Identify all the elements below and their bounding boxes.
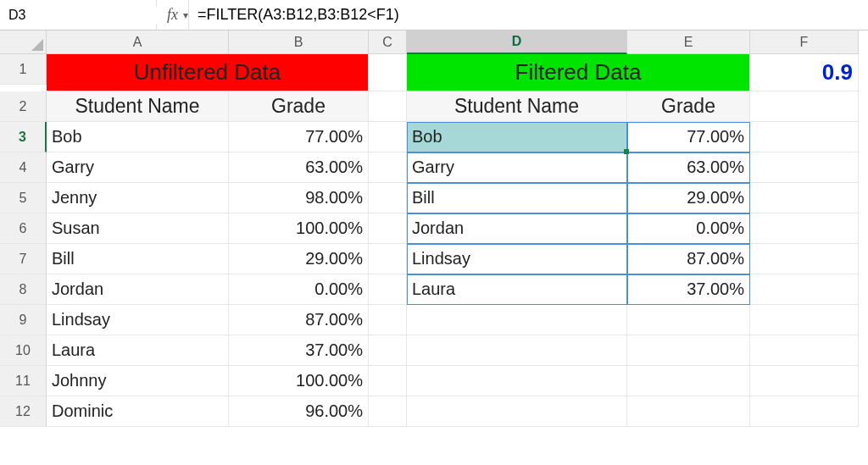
select-all-corner[interactable]	[0, 30, 47, 54]
row-header-3[interactable]: 3	[0, 122, 47, 152]
cell-B6[interactable]: 100.00%	[229, 213, 369, 244]
cell-F3[interactable]	[750, 122, 859, 152]
cell-C2[interactable]	[369, 91, 407, 122]
fx-icon[interactable]: fx	[157, 0, 189, 30]
cell-E12[interactable]	[627, 396, 750, 427]
cell-E8[interactable]: 37.00%	[627, 274, 750, 305]
row-header-1[interactable]: 1	[0, 54, 47, 85]
row-header-9[interactable]: 9	[0, 305, 47, 335]
cell-E2[interactable]: Grade	[627, 91, 750, 122]
cell-B10[interactable]: 37.00%	[229, 335, 369, 366]
cell-A8[interactable]: Jordan	[47, 274, 229, 305]
cell-C10[interactable]	[369, 335, 407, 366]
cell-A6[interactable]: Susan	[47, 213, 229, 244]
cell-B5[interactable]: 98.00%	[229, 183, 369, 213]
cell-C4[interactable]	[369, 152, 407, 183]
cell-D6[interactable]: Jordan	[407, 213, 627, 244]
cell-A9[interactable]: Lindsay	[47, 305, 229, 335]
cell-E11[interactable]	[627, 366, 750, 396]
cell-F11[interactable]	[750, 366, 859, 396]
cell-D10[interactable]	[407, 335, 627, 366]
cell-E5[interactable]: 29.00%	[627, 183, 750, 213]
row-header-4[interactable]: 4	[0, 152, 47, 183]
cell-D5[interactable]: Bill	[407, 183, 627, 213]
cell-D11[interactable]	[407, 366, 627, 396]
cell-F4[interactable]	[750, 152, 859, 183]
row-header-2[interactable]: 2	[0, 91, 47, 122]
cell-A4[interactable]: Garry	[47, 152, 229, 183]
cell-A2[interactable]: Student Name	[47, 91, 229, 122]
cell-A11[interactable]: Johnny	[47, 366, 229, 396]
cell-F5[interactable]	[750, 183, 859, 213]
cell-C7[interactable]	[369, 244, 407, 274]
cell-B4[interactable]: 63.00%	[229, 152, 369, 183]
row-header-7[interactable]: 7	[0, 244, 47, 274]
row-header-10[interactable]: 10	[0, 335, 47, 366]
column-header-D[interactable]: D	[407, 30, 627, 54]
cell-F9[interactable]	[750, 305, 859, 335]
cell-D12[interactable]	[407, 396, 627, 427]
cell-D9[interactable]	[407, 305, 627, 335]
cell-E10[interactable]	[627, 335, 750, 366]
row-header-11[interactable]: 11	[0, 366, 47, 396]
cell-D1[interactable]: Filtered Data	[407, 54, 750, 91]
cell-F2[interactable]	[750, 91, 859, 122]
cell-E9[interactable]	[627, 305, 750, 335]
cell-E6[interactable]: 0.00%	[627, 213, 750, 244]
row-header-8[interactable]: 8	[0, 274, 47, 305]
cell-F12[interactable]	[750, 396, 859, 427]
row-header-5[interactable]: 5	[0, 183, 47, 213]
cell-B7[interactable]: 29.00%	[229, 244, 369, 274]
cell-A7[interactable]: Bill	[47, 244, 229, 274]
cell-E4[interactable]: 63.00%	[627, 152, 750, 183]
cell-D2[interactable]: Student Name	[407, 91, 627, 122]
cell-D4[interactable]: Garry	[407, 152, 627, 183]
cell-E7[interactable]: 87.00%	[627, 244, 750, 274]
cell-C1[interactable]	[369, 54, 407, 91]
cell-F10[interactable]	[750, 335, 859, 366]
column-header-E[interactable]: E	[627, 30, 750, 54]
cell-C6[interactable]	[369, 213, 407, 244]
cell-B11[interactable]: 100.00%	[229, 366, 369, 396]
cell-A10[interactable]: Laura	[47, 335, 229, 366]
cell-B9[interactable]: 87.00%	[229, 305, 369, 335]
cell-D8[interactable]: Laura	[407, 274, 627, 305]
cell-B12[interactable]: 96.00%	[229, 396, 369, 427]
column-header-F[interactable]: F	[750, 30, 859, 54]
cell-B2[interactable]: Grade	[229, 91, 369, 122]
cell-C12[interactable]	[369, 396, 407, 427]
cell-A12[interactable]: Dominic	[47, 396, 229, 427]
cell-E3[interactable]: 77.00%	[627, 122, 750, 152]
cell-F6[interactable]	[750, 213, 859, 244]
formula-bar: ▾ fx	[0, 0, 868, 30]
cell-A3[interactable]: Bob	[47, 122, 229, 152]
cell-C8[interactable]	[369, 274, 407, 305]
cell-A5[interactable]: Jenny	[47, 183, 229, 213]
column-header-C[interactable]: C	[369, 30, 407, 54]
cell-B3[interactable]: 77.00%	[229, 122, 369, 152]
column-header-B[interactable]: B	[229, 30, 369, 54]
cell-C5[interactable]	[369, 183, 407, 213]
cell-C11[interactable]	[369, 366, 407, 396]
row-header-6[interactable]: 6	[0, 213, 47, 244]
name-box-input[interactable]	[7, 7, 180, 24]
name-box[interactable]: ▾	[0, 0, 157, 30]
cell-D3[interactable]: Bob	[407, 122, 627, 152]
cell-F7[interactable]	[750, 244, 859, 274]
row-header-12[interactable]: 12	[0, 396, 47, 427]
spreadsheet-grid[interactable]: ABCDEF1Unfiltered DataFiltered Data0.92S…	[0, 30, 868, 427]
cell-F8[interactable]	[750, 274, 859, 305]
cell-F1[interactable]: 0.9	[750, 54, 859, 91]
cell-D7[interactable]: Lindsay	[407, 244, 627, 274]
cell-A1[interactable]: Unfiltered Data	[47, 54, 369, 91]
formula-input[interactable]	[189, 0, 868, 30]
column-header-A[interactable]: A	[47, 30, 229, 54]
cell-C3[interactable]	[369, 122, 407, 152]
cell-B8[interactable]: 0.00%	[229, 274, 369, 305]
cell-C9[interactable]	[369, 305, 407, 335]
